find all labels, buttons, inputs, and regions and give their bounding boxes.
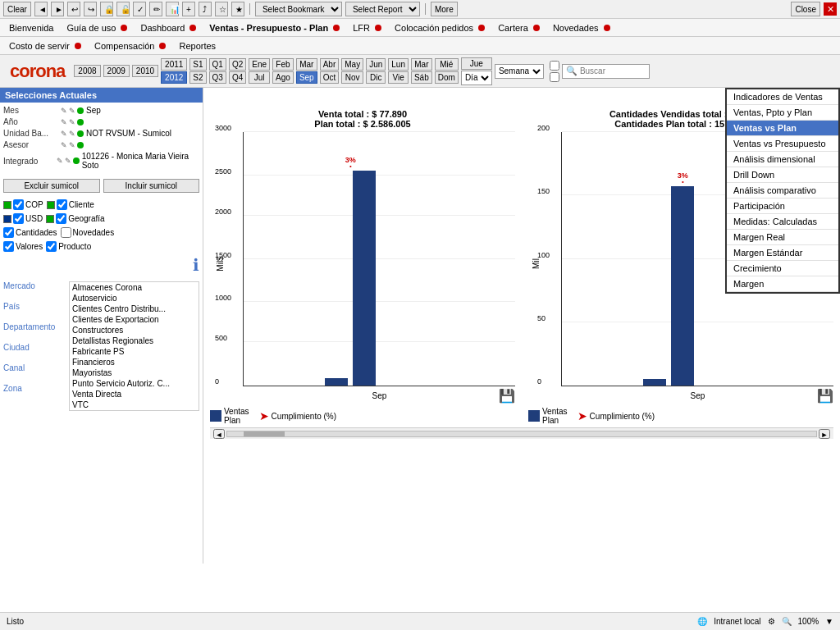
more-button[interactable]: More xyxy=(431,2,458,16)
menu-margen-real[interactable]: Margen Real xyxy=(727,230,838,245)
edit-button[interactable]: ✏ xyxy=(149,2,162,16)
menu-ventas-presupuesto[interactable]: Ventas vs Presupuesto xyxy=(727,136,838,152)
period-jue[interactable]: Jue xyxy=(461,57,492,70)
geo-ciudad[interactable]: Ciudad xyxy=(3,343,69,352)
geo-val-vtc[interactable]: VTC xyxy=(70,399,199,410)
tab-reportes[interactable]: Reportes xyxy=(173,39,221,52)
edit-icon-mes[interactable]: ✎ xyxy=(61,107,67,115)
geo-val-autoservicio[interactable]: Autoservicio xyxy=(70,293,199,304)
clear-button[interactable]: Clear xyxy=(3,2,31,16)
info-icon[interactable]: ℹ xyxy=(193,255,199,275)
menu-ventas-ppto[interactable]: Ventas, Ppto y Plan xyxy=(727,105,838,121)
geo-departamento[interactable]: Departamento xyxy=(3,322,69,331)
nav-back2-button[interactable]: ↩ xyxy=(67,2,80,16)
prod-checkbox[interactable] xyxy=(46,241,57,252)
tab-novedades[interactable]: Novedades xyxy=(547,21,616,34)
menu-drill-down[interactable]: Drill Down xyxy=(727,167,838,183)
geo-val-financieros[interactable]: Financieros xyxy=(70,357,199,368)
period-mie[interactable]: Mié xyxy=(435,58,459,71)
semana-select[interactable]: Semana xyxy=(495,64,544,79)
zoom-icon[interactable]: 🔍 xyxy=(782,617,792,626)
tab-ventas-presupuesto[interactable]: Ventas - Presupuesto - Plan xyxy=(203,21,345,34)
geo-val-venta-directa[interactable]: Venta Directa xyxy=(70,389,199,399)
nav-forward2-button[interactable]: ↪ xyxy=(84,2,97,16)
menu-margen-estandar[interactable]: Margen Estándar xyxy=(727,245,838,261)
cliente-checkbox[interactable] xyxy=(57,199,67,210)
close-button[interactable]: Close xyxy=(791,2,820,16)
scroll-right[interactable]: ► xyxy=(819,429,830,439)
tab-costo[interactable]: Costo de servir xyxy=(3,39,87,52)
tab-compensacion[interactable]: Compensación xyxy=(89,39,171,52)
year-2009[interactable]: 2009 xyxy=(103,65,130,77)
menu-crecimiento[interactable]: Crecimiento xyxy=(727,261,838,276)
bookmark-select[interactable]: Select Bookmark xyxy=(255,2,342,16)
geo-val-exportacion[interactable]: Clientes de Exportacion xyxy=(70,314,199,325)
cant-checkbox[interactable] xyxy=(3,227,14,238)
period-lun[interactable]: Lun xyxy=(388,58,409,71)
cop-checkbox[interactable] xyxy=(13,199,24,210)
report-select[interactable]: Select Report xyxy=(345,2,420,16)
tab-dashboard[interactable]: Dashboard xyxy=(135,21,202,34)
menu-medidas[interactable]: Medidas: Calculadas xyxy=(727,214,838,230)
year-2008[interactable]: 2008 xyxy=(74,65,100,77)
val-checkbox[interactable] xyxy=(3,241,14,252)
year-2010[interactable]: 2010 xyxy=(132,65,158,77)
tab-cartera[interactable]: Cartera xyxy=(492,21,546,34)
period-q3[interactable]: Q3 xyxy=(209,71,226,84)
period-abr[interactable]: Abr xyxy=(320,58,340,71)
geo-val-detallistas[interactable]: Detallistas Regionales xyxy=(70,336,199,346)
zoom-dropdown[interactable]: ▼ xyxy=(825,617,833,626)
edit2-icon-mes[interactable]: ✎ xyxy=(69,107,75,115)
settings-icon[interactable]: ⚙ xyxy=(768,617,775,626)
year-2011[interactable]: 2011 xyxy=(161,58,187,71)
period-s2[interactable]: S2 xyxy=(189,71,206,84)
period-q2[interactable]: Q2 xyxy=(229,58,246,71)
geo-mercado[interactable]: Mercado xyxy=(3,281,69,290)
period-ene[interactable]: Ene xyxy=(249,58,270,71)
tab-guia[interactable]: Guía de uso xyxy=(61,21,133,34)
geo-zona[interactable]: Zona xyxy=(3,384,69,393)
period-vie[interactable]: Vie xyxy=(388,71,409,84)
period-may[interactable]: May xyxy=(341,58,363,71)
period-q1[interactable]: Q1 xyxy=(209,58,226,71)
menu-analisis-dimensional[interactable]: Análisis dimensional xyxy=(727,152,838,167)
menu-analisis-comparativo[interactable]: Análisis comparativo xyxy=(727,183,838,199)
plus-button[interactable]: + xyxy=(182,2,195,16)
period-mar2[interactable]: Mar xyxy=(411,58,432,71)
period-dom[interactable]: Dom xyxy=(435,71,459,84)
search-input[interactable] xyxy=(580,66,646,75)
period-dic[interactable]: Dic xyxy=(366,71,386,84)
close-x-button[interactable]: ✕ xyxy=(824,2,837,16)
edit2-icon-ano[interactable]: ✎ xyxy=(69,118,75,126)
day-select[interactable]: Día xyxy=(461,71,492,85)
scroll-left[interactable]: ◄ xyxy=(213,429,225,439)
arrow-button[interactable]: ⤴ xyxy=(199,2,212,16)
include-button[interactable]: Incluir sumicol xyxy=(103,179,200,193)
nav-forward-button[interactable]: ► xyxy=(51,2,64,16)
tab-lfr[interactable]: LFR xyxy=(347,21,387,34)
tab-colocacion[interactable]: Colocación pedidos xyxy=(389,21,491,34)
edit-icon-unidad[interactable]: ✎ xyxy=(61,130,67,138)
geo-val-fabricante[interactable]: Fabricante PS xyxy=(70,346,199,357)
period-ago[interactable]: Ago xyxy=(272,71,294,84)
check-button[interactable]: ✓ xyxy=(133,2,146,16)
check1[interactable] xyxy=(550,61,559,71)
geo-val-mayoristas[interactable]: Mayoristas xyxy=(70,368,199,378)
menu-ventas-plan[interactable]: Ventas vs Plan xyxy=(727,121,838,136)
menu-margen[interactable]: Margen xyxy=(727,276,838,292)
edit-icon-ano[interactable]: ✎ xyxy=(61,118,67,126)
geo-val-punto[interactable]: Punto Servicio Autoriz. C... xyxy=(70,378,199,389)
chart1-save-icon[interactable]: 💾 xyxy=(499,388,515,404)
menu-indicadores[interactable]: Indicadores de Ventas xyxy=(727,89,838,105)
geo-canal[interactable]: Canal xyxy=(3,363,69,372)
year-2012[interactable]: 2012 xyxy=(161,71,187,84)
menu-participacion[interactable]: Participación xyxy=(727,199,838,214)
period-mar[interactable]: Mar xyxy=(296,58,317,71)
nov-checkbox[interactable] xyxy=(61,227,71,238)
lock-button[interactable]: 🔒 xyxy=(100,2,113,16)
check2[interactable] xyxy=(550,72,559,82)
geo-val-almacenes[interactable]: Almacenes Corona xyxy=(70,282,199,293)
scroll-thumb[interactable] xyxy=(244,431,285,436)
usd-checkbox[interactable] xyxy=(13,213,24,224)
period-nov[interactable]: Nov xyxy=(341,71,363,84)
